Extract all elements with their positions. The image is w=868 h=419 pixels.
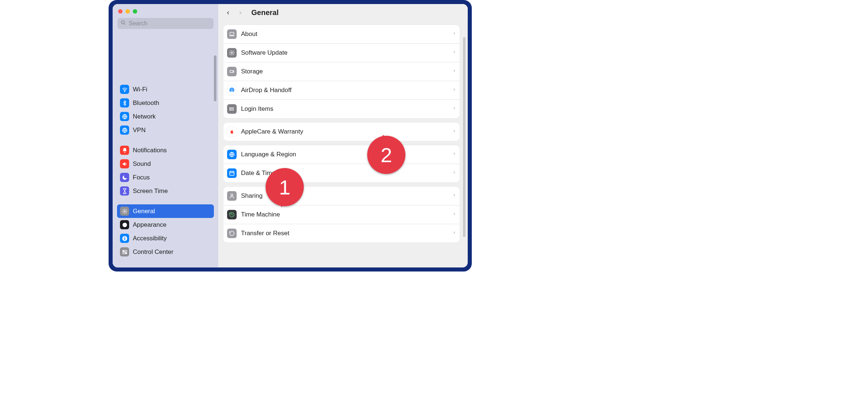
- svg-point-8: [124, 237, 125, 238]
- focus-icon: [120, 173, 129, 182]
- about-icon: [227, 29, 237, 39]
- vpn-icon: [120, 125, 129, 135]
- chevron-right-icon: [453, 128, 456, 135]
- sidebar-item-general[interactable]: General: [117, 204, 214, 218]
- close-window-button[interactable]: [118, 9, 123, 14]
- settings-panel: AboutSoftware UpdateStorageAirDrop & Han…: [223, 25, 460, 118]
- chevron-right-icon: [453, 230, 456, 237]
- settings-row-label: AirDrop & Handoff: [241, 87, 448, 94]
- sidebar-item-focus[interactable]: Focus: [117, 171, 214, 184]
- sidebar-item-label: Appearance: [133, 221, 167, 229]
- settings-panel: AppleCare & Warranty: [223, 123, 460, 141]
- svg-point-23: [230, 110, 230, 110]
- sidebar-item-label: Control Center: [133, 248, 174, 256]
- nav-back-button[interactable]: [224, 9, 231, 17]
- settings-row-softwareupdate[interactable]: Software Update: [223, 43, 460, 62]
- sidebar-item-notifications[interactable]: Notifications: [117, 143, 214, 157]
- settings-row-timemachine[interactable]: Time Machine: [223, 205, 460, 224]
- svg-point-29: [231, 194, 233, 196]
- chevron-right-icon: [453, 87, 456, 94]
- settings-row-label: Transfer or Reset: [241, 230, 448, 237]
- accessibility-icon: [120, 234, 129, 243]
- settings-row-transfer[interactable]: Transfer or Reset: [223, 224, 460, 243]
- sidebar-item-screentime[interactable]: Screen Time: [117, 184, 214, 198]
- general-icon: [120, 207, 129, 216]
- sidebar-item-label: Notifications: [133, 147, 167, 154]
- airdrop-icon: [227, 85, 237, 95]
- sound-icon: [120, 159, 129, 168]
- sidebar-scrollbar[interactable]: [214, 55, 216, 101]
- settings-row-applecare[interactable]: AppleCare & Warranty: [223, 123, 460, 141]
- settings-window: Wi-FiBluetoothNetworkVPNNotificationsSou…: [113, 4, 468, 267]
- sidebar-item-label: Bluetooth: [133, 99, 159, 107]
- sidebar-item-controlcenter[interactable]: Control Center: [117, 245, 214, 259]
- sidebar: Wi-FiBluetoothNetworkVPNNotificationsSou…: [113, 4, 218, 267]
- svg-line-1: [124, 23, 125, 25]
- settings-row-label: Sharing: [241, 192, 448, 200]
- settings-row-label: Date & Time: [241, 170, 448, 177]
- chevron-right-icon: [453, 151, 456, 158]
- main-content: General AboutSoftware UpdateStorageAirDr…: [218, 4, 468, 267]
- settings-row-loginitems[interactable]: Login Items: [223, 99, 460, 118]
- settings-row-sharing[interactable]: Sharing: [223, 187, 460, 205]
- sidebar-item-wifi[interactable]: Wi-Fi: [117, 83, 214, 96]
- settings-row-datetime[interactable]: Date & Time: [223, 164, 460, 182]
- svg-rect-13: [230, 32, 234, 35]
- sidebar-item-appearance[interactable]: Appearance: [117, 218, 214, 232]
- fullscreen-window-button[interactable]: [133, 9, 137, 14]
- svg-point-2: [124, 91, 125, 91]
- appearance-icon: [120, 220, 129, 229]
- chevron-right-icon: [453, 106, 456, 112]
- settings-row-language[interactable]: Language & Region: [223, 145, 460, 164]
- svg-point-11: [123, 251, 124, 251]
- language-region-icon: [227, 150, 237, 159]
- sidebar-item-sound[interactable]: Sound: [117, 157, 214, 171]
- transfer-reset-icon: [227, 229, 237, 238]
- settings-row-storage[interactable]: Storage: [223, 62, 460, 81]
- settings-panel: Language & RegionDate & Time: [223, 145, 460, 182]
- sidebar-item-network[interactable]: Network: [117, 110, 214, 123]
- settings-row-about[interactable]: About: [223, 25, 460, 43]
- search-field[interactable]: [117, 18, 214, 29]
- login-items-icon: [227, 104, 237, 114]
- bluetooth-icon: [120, 98, 129, 108]
- window-controls: [113, 4, 218, 17]
- svg-point-22: [230, 109, 230, 109]
- minimize-window-button[interactable]: [125, 9, 130, 14]
- settings-row-label: Software Update: [241, 49, 448, 57]
- search-input[interactable]: [128, 20, 210, 27]
- control-center-icon: [120, 247, 129, 256]
- chevron-right-icon: [453, 193, 456, 199]
- settings-row-label: Storage: [241, 68, 448, 75]
- sidebar-item-label: Network: [133, 113, 156, 120]
- settings-row-label: Login Items: [241, 105, 448, 113]
- nav-forward-button[interactable]: [237, 9, 244, 17]
- applecare-icon: [227, 127, 237, 136]
- svg-point-16: [233, 71, 233, 72]
- settings-row-label: Language & Region: [241, 151, 448, 158]
- settings-row-label: Time Machine: [241, 211, 448, 218]
- sidebar-item-label: General: [133, 208, 155, 215]
- chevron-right-icon: [453, 50, 456, 56]
- settings-row-airdrop[interactable]: AirDrop & Handoff: [223, 81, 460, 99]
- chevron-right-icon: [453, 31, 456, 37]
- network-icon: [120, 112, 129, 121]
- settings-panel: SharingTime MachineTransfer or Reset: [223, 187, 460, 243]
- svg-point-21: [230, 108, 230, 108]
- sidebar-item-bluetooth[interactable]: Bluetooth: [117, 96, 214, 110]
- sidebar-item-accessibility[interactable]: Accessibility: [117, 232, 214, 245]
- wifi-icon: [120, 85, 129, 94]
- sidebar-item-vpn[interactable]: VPN: [117, 123, 214, 137]
- sidebar-item-label: Screen Time: [133, 187, 168, 195]
- settings-row-label: AppleCare & Warranty: [241, 128, 448, 135]
- page-title: General: [251, 8, 278, 17]
- sidebar-item-label: Sound: [133, 160, 151, 168]
- main-scrollbar[interactable]: [463, 37, 466, 237]
- time-machine-icon: [227, 210, 237, 219]
- main-header: General: [218, 4, 468, 19]
- sidebar-item-label: Wi-Fi: [133, 86, 147, 93]
- svg-point-17: [231, 90, 233, 91]
- svg-point-14: [231, 52, 233, 54]
- search-icon: [121, 20, 126, 27]
- chevron-right-icon: [453, 68, 456, 75]
